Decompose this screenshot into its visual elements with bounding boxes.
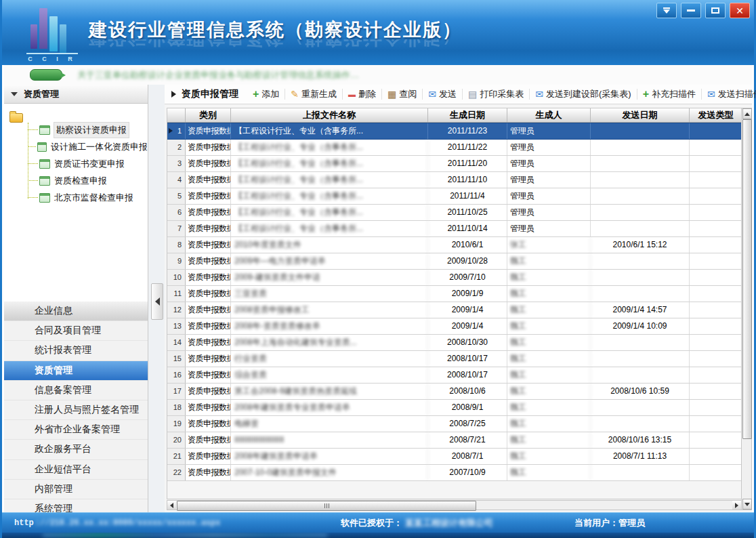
tree-item-1[interactable]: 设计施工一体化资质申报 [4, 138, 148, 155]
form-icon [39, 159, 50, 169]
cell-gen-person: 张工 [507, 237, 591, 253]
table-row[interactable]: 4资质申报数据【工程设计行业、专业（含事务所...2011/11/10管理员 [167, 172, 742, 188]
tree-item-4[interactable]: 北京市监督检查申报 [4, 189, 148, 206]
nav-item-internal-mgmt[interactable]: 内部管理 [4, 480, 148, 499]
table-row[interactable]: 13资质申报数据2008年-资质资质修改单2009/1/4魏工2009/1/4 … [167, 318, 742, 335]
tree-item-3[interactable]: 资质检查申报 [4, 172, 148, 189]
table-row[interactable]: 6资质申报数据【工程设计行业、专业（含事务所...2011/10/25管理员 [167, 205, 742, 221]
column-header-gen-date[interactable]: 生成日期 [428, 108, 507, 122]
scroll-right-button[interactable] [732, 501, 741, 510]
cell-send-type [690, 400, 742, 415]
table-row[interactable]: 2资质申报数据【工程设计行业、专业（含事务所...2011/11/22管理员 [167, 140, 742, 156]
cell-send-type [690, 123, 742, 139]
cell-category: 资质申报数据 [186, 384, 231, 399]
minimize-button[interactable] [681, 3, 701, 18]
column-header-file-name[interactable]: 上报文件名称 [231, 108, 428, 122]
tree-item-2[interactable]: 资质证书变更申报 [4, 155, 148, 172]
horizontal-scrollbar[interactable] [167, 500, 742, 510]
table-row[interactable]: 17资质申报数据第工会2008-9建筑资质热资质延续2008/10/6魏工200… [167, 384, 742, 400]
sidebar-collapse-handle[interactable] [151, 283, 163, 320]
print-collection-form-button[interactable]: ▤打印采集表 [465, 88, 527, 100]
scroll-up-button[interactable] [742, 108, 752, 119]
cell-send-date [591, 335, 690, 350]
table-row[interactable]: 22资质申报数据2007-10-0建筑资质申报文件2007/10/9魏工 [167, 465, 742, 481]
table-row[interactable]: 11资质申报数据三亚资质2009/1/9魏工 [167, 286, 742, 302]
nav-item-external-enterprise[interactable]: 外省市企业备案管理 [4, 420, 148, 440]
nav-item-registered-personnel[interactable]: 注册人员与照片签名管理 [4, 400, 148, 420]
column-header-category[interactable]: 类别 [186, 108, 231, 122]
row-selected-marker-icon [169, 128, 173, 133]
cell-file-name: 2010年度资质文件 [231, 237, 428, 253]
nav-item-statistics-report[interactable]: 统计报表管理 [4, 341, 148, 360]
cell-gen-person: 魏工 [507, 302, 591, 318]
nav-item-enterprise-info[interactable]: 企业信息 [4, 302, 148, 321]
cell-row-number: 7 [167, 221, 186, 236]
nav-item-qualification[interactable]: 资质管理 [4, 361, 148, 381]
sidebar-panel-header[interactable]: 资质管理 [4, 85, 148, 104]
cell-category: 资质申报数据 [186, 140, 231, 155]
nav-item-gov-service[interactable]: 政企服务平台 [4, 440, 148, 459]
horizontal-scroll-thumb[interactable] [177, 501, 476, 511]
cell-row-number: 22 [167, 465, 186, 480]
regenerate-button[interactable]: ✎重新生成 [287, 88, 340, 100]
cell-send-date: 2008/10/6 10:59 [591, 384, 690, 399]
nav-item-sms-platform[interactable]: 企业短信平台 [4, 460, 148, 480]
nav-item-info-filing[interactable]: 信息备案管理 [4, 381, 148, 400]
send-to-ministry-button[interactable]: ✉发送到建设部(采集表) [532, 88, 634, 100]
table-row[interactable]: 8资质申报数据2010年度资质文件2010/6/1张工2010/6/1 15:1… [167, 237, 742, 253]
table-row[interactable]: 21资质申报数据2008年建筑资质申请单2008/7/1魏工2008/7/1 1… [167, 449, 742, 465]
cell-send-date [591, 465, 690, 480]
add-scan-button[interactable]: +补充扫描件 [639, 88, 699, 100]
cell-row-number: 12 [167, 302, 186, 318]
scroll-left-button[interactable] [167, 501, 176, 510]
cell-gen-date: 2009/1/4 [428, 302, 507, 318]
table-body: 1资质申报数据【工程设计行业、专业（含事务所...2011/11/23管理员2资… [167, 123, 742, 481]
table-row[interactable]: 20资质申报数据IIIIIIIIIIIIIIIIIIIIII2008/7/21魏… [167, 432, 742, 449]
table-row[interactable]: 5资质申报数据【工程设计行业、专业（含事务所...2011/11/4管理员 [167, 188, 742, 205]
delete-button[interactable]: ▬删除 [345, 88, 379, 100]
tree-item-label: 设计施工一体化资质申报 [51, 141, 148, 153]
add-button[interactable]: +添加 [249, 88, 282, 100]
column-header-send-type[interactable]: 发送类型 [690, 108, 742, 122]
cell-row-number: 11 [167, 286, 186, 302]
cell-send-type [690, 140, 742, 155]
table-row[interactable]: 3资质申报数据【工程设计行业、专业（含事务所...2011/11/20管理员 [167, 156, 742, 172]
table-row[interactable]: 9资质申报数据2009年—电力资质申请单2009/10/28魏工 [167, 253, 742, 270]
toolbar-button-label: 查阅 [399, 88, 417, 100]
send-scan-button[interactable]: ✉发送扫描件 [704, 88, 756, 100]
notification-text[interactable]: 关于三亚单位勘察设计企业资质申报业务与勘察设计管理信息系统操作… [77, 69, 359, 81]
vertical-scroll-thumb[interactable] [742, 119, 752, 439]
column-header-send-date[interactable]: 发送日期 [591, 108, 690, 122]
table-row[interactable]: 7资质申报数据【工程设计行业、专业（含事务所...2011/10/14管理员 [167, 221, 742, 237]
maximize-button[interactable] [705, 3, 726, 18]
scroll-down-button[interactable] [742, 499, 752, 510]
tree-item-0[interactable]: 勘察设计资质申报 [4, 121, 148, 138]
table-row[interactable]: 10资质申报数据2009-建筑资质文件申请2009/7/10魏工 [167, 270, 742, 286]
table-row[interactable]: 15资质申报数据行业资质2008/10/17魏工 [167, 351, 742, 367]
cell-category: 资质申报数据 [186, 416, 231, 432]
toolbar-separator [701, 89, 702, 100]
toolbar-separator [381, 89, 382, 100]
cell-row-number: 15 [167, 351, 186, 367]
column-header-gen-person[interactable]: 生成人 [507, 108, 591, 122]
view-button[interactable]: ▦查阅 [384, 88, 420, 100]
rollup-button[interactable] [656, 3, 677, 18]
send-button[interactable]: ✉发送 [425, 88, 460, 100]
close-button[interactable]: ✕ [730, 3, 750, 18]
cell-send-type [690, 318, 742, 334]
cell-gen-person: 管理员 [507, 221, 591, 236]
tree-branch-line [28, 163, 38, 164]
vertical-scrollbar[interactable] [741, 108, 752, 510]
table-row[interactable]: 19资质申报数据电梯资2008/7/25魏工 [167, 416, 742, 432]
table-row[interactable]: 18资质申报数据2008年建筑资质专业资质申请单2008/9/1魏工 [167, 400, 742, 416]
table-row[interactable]: 16资质申报数据综合资质2008/10/17魏工 [167, 367, 742, 384]
table-row[interactable]: 12资质申报数据2008资质申报修改工2009/1/4魏工2009/1/4 14… [167, 302, 742, 318]
column-header-row-number[interactable] [167, 108, 186, 122]
cell-category: 资质申报数据 [186, 270, 231, 285]
nav-item-contract-project[interactable]: 合同及项目管理 [4, 321, 148, 341]
table-row[interactable]: 14资质申报数据2008年上海自动化建筑专业资质...2008/10/30魏工 [167, 335, 742, 351]
main-content: 资质申报管理 +添加✎重新生成▬删除▦查阅✉发送▤打印采集表✉发送到建设部(采集… [165, 85, 752, 513]
toolbar-button-label: 补充扫描件 [652, 88, 696, 100]
table-row[interactable]: 1资质申报数据【工程设计行业、专业（含事务所...2011/11/23管理员 [167, 123, 742, 140]
cell-send-date [591, 172, 690, 188]
